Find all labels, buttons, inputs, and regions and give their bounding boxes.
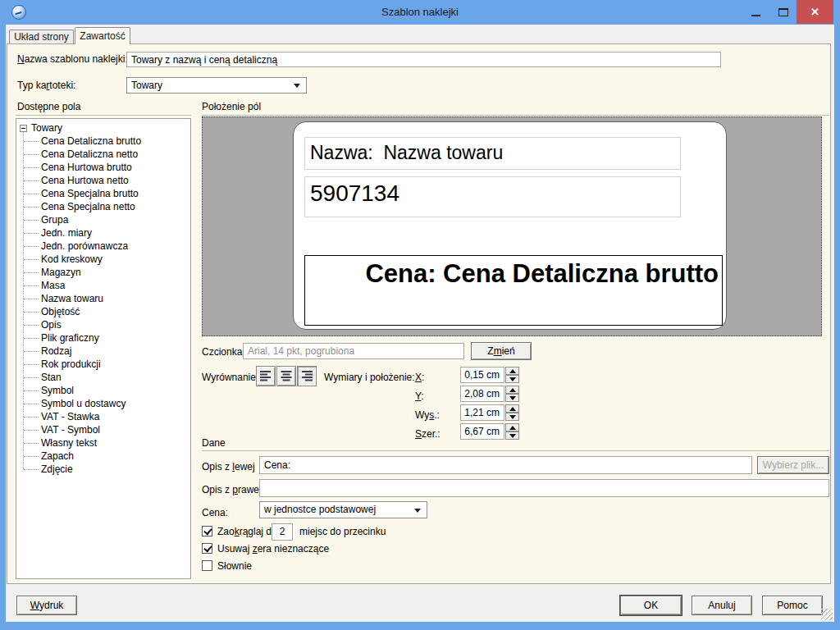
arrow-down-icon (509, 415, 516, 419)
align-center-button[interactable] (276, 366, 296, 386)
tree-item[interactable]: Symbol u dostawcy (16, 397, 190, 410)
tree-item[interactable]: Cena Detaliczna netto (16, 148, 190, 161)
tree-item[interactable]: Nazwa towaru (16, 292, 190, 305)
spin-up-button[interactable] (505, 404, 519, 413)
x-input[interactable]: 0,15 cm (460, 367, 504, 383)
tree-item[interactable]: Zapach (16, 450, 190, 463)
tab-uklad-strony[interactable]: Układ strony (9, 30, 74, 43)
print-button[interactable]: Wydruk (16, 596, 77, 615)
spin-up-button[interactable] (505, 367, 519, 375)
align-right-icon (300, 371, 313, 381)
y-input[interactable]: 2,08 cm (460, 386, 504, 402)
tree-item[interactable]: VAT - Stawka (16, 410, 190, 423)
arrow-up-icon (509, 426, 516, 430)
label-preview-canvas[interactable]: Nazwa: Nazwa towaru 5907134 Cena: Cena D… (202, 116, 822, 336)
close-button[interactable]: ✕ (797, 0, 833, 24)
tab-page-zawartosc: Nazwa szablonu naklejki: Towary z nazwą … (7, 43, 831, 584)
price-mode-select[interactable]: w jednostce podstawowej (259, 501, 427, 518)
minimize-icon (751, 15, 760, 16)
left-caption-input[interactable]: Cena: (259, 456, 752, 474)
tree-item[interactable]: Rok produkcji (16, 358, 190, 371)
help-button[interactable]: Pomoc (762, 596, 823, 615)
available-fields-tree[interactable]: Towary Cena Detaliczna bruttoCena Detali… (16, 118, 191, 579)
tree-item[interactable]: Symbol (16, 384, 190, 397)
collapse-icon[interactable] (20, 125, 27, 132)
spin-down-button[interactable] (505, 413, 519, 421)
tree-root-label: Towary (31, 122, 62, 134)
tree-item[interactable]: Cena Specjalna brutto (16, 187, 190, 200)
tree-item[interactable]: Kod kreskowy (16, 253, 190, 266)
sticker-outline[interactable]: Nazwa: Nazwa towaru 5907134 Cena: Cena D… (293, 121, 727, 330)
tree-item[interactable]: Zdjęcie (16, 463, 190, 476)
data-group-label: Dane (202, 437, 226, 450)
tree-item[interactable]: Jedn. miary (16, 226, 190, 240)
tree-item[interactable]: Cena Hurtowa netto (16, 174, 190, 187)
choose-file-button[interactable]: Wybierz plik... (757, 456, 829, 474)
maximize-button[interactable] (770, 0, 797, 24)
width-input[interactable]: 6,67 cm (460, 423, 504, 440)
arrow-up-icon (509, 407, 516, 411)
height-label: Wys.: (415, 409, 440, 422)
round-checkbox[interactable] (202, 526, 212, 536)
preview-field-price[interactable]: Cena: Cena Detaliczna brutto (304, 255, 723, 326)
tree-item[interactable]: Jedn. porównawcza (16, 240, 190, 253)
left-caption-label: Opis z lewej (202, 461, 255, 473)
strip-zeros-checkbox[interactable] (202, 543, 212, 554)
dimensions-label: Wymiary i położenie: (324, 372, 415, 384)
tree-item[interactable]: Cena Detaliczna brutto (16, 135, 190, 148)
round-decimals-input[interactable]: 2 (272, 523, 293, 541)
alignment-label: Wyrównanie: (202, 372, 258, 384)
arrow-down-icon (509, 434, 516, 438)
window-title: Szablon naklejki (0, 0, 840, 25)
spin-down-button[interactable] (505, 394, 519, 402)
price-mode-value: w jednostce podstawowej (264, 504, 376, 515)
tree-item[interactable]: Stan (16, 371, 190, 384)
tree-item[interactable]: VAT - Symbol (16, 423, 190, 436)
preview-field-name[interactable]: Nazwa: Nazwa towaru (304, 137, 681, 170)
tree-root-towary[interactable]: Towary (20, 121, 62, 135)
ok-button[interactable]: OK (620, 596, 682, 615)
strip-zeros-label: Usuwaj zera nieznaczące (217, 543, 329, 555)
tree-item[interactable]: Cena Hurtowa brutto (16, 161, 190, 174)
close-icon: ✕ (810, 6, 819, 18)
preview-field-barcode[interactable]: 5907134 (304, 176, 681, 217)
align-right-button[interactable] (297, 366, 317, 386)
change-font-button[interactable]: Zmień (471, 342, 532, 360)
spin-up-button[interactable] (505, 386, 519, 394)
spin-down-button[interactable] (505, 431, 519, 440)
tree-item[interactable]: Grupa (16, 213, 190, 226)
tree-item[interactable]: Opis (16, 318, 190, 331)
right-caption-label: Opis z prawej: (202, 484, 264, 496)
separator (16, 115, 191, 116)
field-position-group-label: Położenie pól (202, 101, 261, 113)
font-label: Czcionka (202, 346, 242, 358)
width-label: Szer.: (415, 428, 441, 441)
dialog-window: Szablon naklejki ✕ Układ strony Zawartoś… (0, 0, 840, 630)
separator (202, 450, 829, 451)
tree-item[interactable]: Masa (16, 279, 190, 292)
available-fields-group-label: Dostępne pola (17, 101, 80, 113)
tree-item[interactable]: Objętość (16, 305, 190, 318)
tree-item[interactable]: Rodzaj (16, 345, 190, 358)
y-label: Y: (415, 390, 424, 403)
tree-item[interactable]: Własny tekst (16, 436, 190, 450)
spin-down-button[interactable] (505, 375, 519, 383)
spin-up-button[interactable] (505, 423, 519, 431)
in-words-checkbox[interactable] (202, 560, 212, 571)
template-name-input[interactable]: Towary z nazwą i ceną detaliczną (126, 52, 721, 67)
in-words-label: Słownie (217, 560, 252, 573)
minimize-button[interactable] (742, 0, 769, 24)
align-left-button[interactable] (256, 366, 276, 386)
cancel-button[interactable]: Anuluj (692, 596, 752, 615)
tab-zawartosc[interactable]: Zawartość (75, 27, 130, 44)
tree-item[interactable]: Plik graficzny (16, 331, 190, 345)
dialog-content: Układ strony Zawartość Nazwa szablonu na… (6, 25, 834, 622)
titlebar[interactable]: Szablon naklejki ✕ (0, 0, 840, 25)
card-type-select[interactable]: Towary (126, 77, 307, 94)
tree-item[interactable]: Cena Specjalna netto (16, 200, 190, 213)
resize-grip-icon[interactable] (821, 609, 833, 620)
tree-item[interactable]: Magazyn (16, 266, 190, 279)
right-caption-input[interactable] (259, 479, 829, 497)
round-suffix-label: miejsc do przecinku (299, 526, 386, 538)
height-input[interactable]: 1,21 cm (460, 404, 504, 421)
